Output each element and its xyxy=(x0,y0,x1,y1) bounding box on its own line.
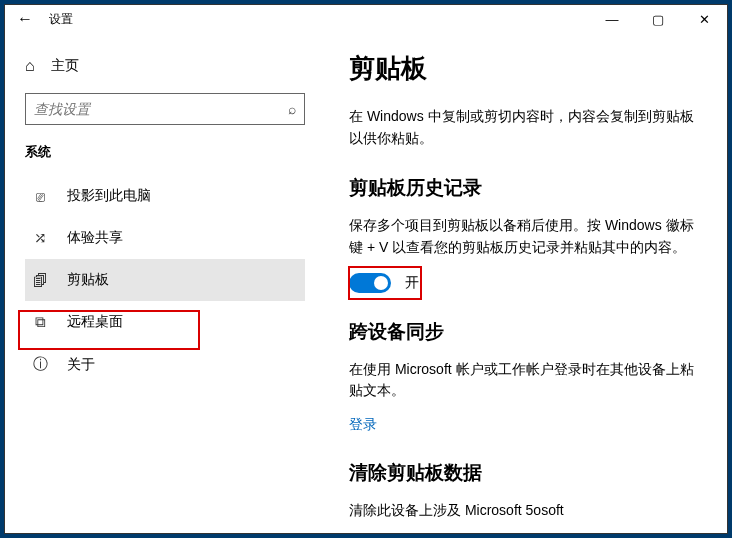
sync-desc: 在使用 Microsoft 帐户或工作帐户登录时在其他设备上粘贴文本。 xyxy=(349,359,703,402)
sidebar-item-label: 关于 xyxy=(67,356,95,374)
sidebar-item-about[interactable]: ⓘ 关于 xyxy=(25,343,305,386)
shared-icon: ⤮ xyxy=(31,229,49,247)
sidebar-item-clipboard[interactable]: 🗐 剪贴板 xyxy=(25,259,305,301)
page-title: 剪贴板 xyxy=(349,51,703,86)
clear-desc: 清除此设备上涉及 Microsoft 5osoft xyxy=(349,500,703,522)
search-box[interactable]: ⌕ xyxy=(25,93,305,125)
sidebar-item-label: 投影到此电脑 xyxy=(67,187,151,205)
sidebar-item-label: 剪贴板 xyxy=(67,271,109,289)
titlebar: ← 设置 — ▢ ✕ xyxy=(5,5,727,33)
close-button[interactable]: ✕ xyxy=(681,5,727,33)
remote-icon: ⧉ xyxy=(31,313,49,331)
history-toggle-row: 开 xyxy=(349,273,703,293)
sidebar-item-shared[interactable]: ⤮ 体验共享 xyxy=(25,217,305,259)
minimize-button[interactable]: — xyxy=(589,5,635,33)
history-toggle-label: 开 xyxy=(405,274,419,292)
history-desc: 保存多个项目到剪贴板以备稍后使用。按 Windows 徽标键 + V 以查看您的… xyxy=(349,215,703,258)
maximize-button[interactable]: ▢ xyxy=(635,5,681,33)
sidebar-item-label: 远程桌面 xyxy=(67,313,123,331)
history-heading: 剪贴板历史记录 xyxy=(349,175,703,201)
history-toggle[interactable] xyxy=(349,273,391,293)
sign-in-link[interactable]: 登录 xyxy=(349,416,377,434)
project-icon: ⎚ xyxy=(31,188,49,205)
home-button[interactable]: ⌂ 主页 xyxy=(25,49,305,93)
intro-text: 在 Windows 中复制或剪切内容时，内容会复制到剪贴板以供你粘贴。 xyxy=(349,106,703,149)
settings-window: ← 设置 — ▢ ✕ ⌂ 主页 ⌕ 系统 ⎚ 投影到此电脑 ⤮ xyxy=(4,4,728,534)
sync-heading: 跨设备同步 xyxy=(349,319,703,345)
window-title: 设置 xyxy=(45,11,589,28)
back-button[interactable]: ← xyxy=(5,10,45,28)
home-label: 主页 xyxy=(51,57,79,75)
clear-heading: 清除剪贴板数据 xyxy=(349,460,703,486)
sidebar-item-remote[interactable]: ⧉ 远程桌面 xyxy=(25,301,305,343)
sidebar-item-project[interactable]: ⎚ 投影到此电脑 xyxy=(25,175,305,217)
home-icon: ⌂ xyxy=(25,57,35,75)
sidebar-category: 系统 xyxy=(25,143,305,161)
window-controls: — ▢ ✕ xyxy=(589,5,727,33)
content-pane: 剪贴板 在 Windows 中复制或剪切内容时，内容会复制到剪贴板以供你粘贴。 … xyxy=(325,33,727,533)
info-icon: ⓘ xyxy=(31,355,49,374)
clipboard-icon: 🗐 xyxy=(31,272,49,289)
search-icon: ⌕ xyxy=(288,101,296,117)
sidebar-item-label: 体验共享 xyxy=(67,229,123,247)
sidebar: ⌂ 主页 ⌕ 系统 ⎚ 投影到此电脑 ⤮ 体验共享 🗐 剪贴板 ⧉ xyxy=(5,33,325,533)
search-input[interactable] xyxy=(34,101,288,117)
window-body: ⌂ 主页 ⌕ 系统 ⎚ 投影到此电脑 ⤮ 体验共享 🗐 剪贴板 ⧉ xyxy=(5,33,727,533)
